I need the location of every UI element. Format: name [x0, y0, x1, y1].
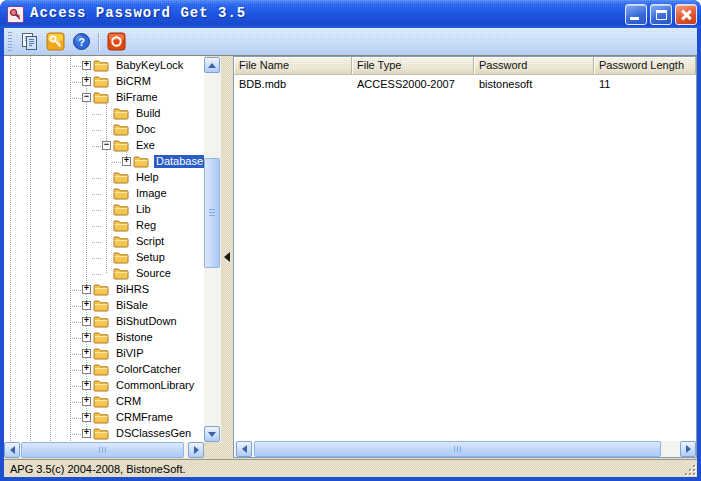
tree-item-label[interactable]: BiHRS — [114, 283, 151, 296]
tree-item-label[interactable]: Setup — [134, 251, 167, 264]
column-header-password[interactable]: Password — [474, 57, 594, 74]
tree-item-label[interactable]: CRM — [114, 395, 143, 408]
tree-item-label[interactable]: Help — [134, 171, 161, 184]
tree-item-reg[interactable]: Reg — [4, 218, 204, 234]
table-row[interactable]: BDB.mdbACCESS2000-2007bistonesoft11 — [234, 76, 696, 93]
folder-tree[interactable]: +BabyKeyLock+BiCRM−BiFrameBuildDoc−Exe+D… — [4, 56, 204, 442]
toolbar-grip[interactable] — [8, 32, 12, 52]
tree-item-label[interactable]: BiShutDown — [114, 315, 179, 328]
expand-box[interactable]: + — [82, 413, 91, 422]
collapse-left-icon[interactable] — [224, 252, 230, 262]
tree-item-image[interactable]: Image — [4, 186, 204, 202]
scroll-right-button[interactable] — [680, 441, 696, 457]
tree-item-label[interactable]: Image — [134, 187, 169, 200]
tree-item-setup[interactable]: Setup — [4, 250, 204, 266]
expand-box[interactable]: + — [82, 397, 91, 406]
tree-item-database[interactable]: +Database — [4, 154, 204, 170]
tree-item-colorcatcher[interactable]: +ColorCatcher — [4, 362, 204, 378]
resize-grip[interactable] — [682, 462, 695, 475]
tree-item-label[interactable]: BiCRM — [114, 75, 153, 88]
scroll-up-button[interactable] — [204, 57, 220, 73]
close-button[interactable] — [675, 4, 697, 25]
tree-item-label[interactable]: CommonLibrary — [114, 379, 196, 392]
tree-item-label[interactable]: ColorCatcher — [114, 363, 183, 376]
column-header-file-type[interactable]: File Type — [352, 57, 474, 74]
tree-item-exe[interactable]: −Exe — [4, 138, 204, 154]
tree-item-label[interactable]: Database — [154, 155, 204, 168]
tree-item-label[interactable]: Doc — [134, 123, 158, 136]
expand-box[interactable]: + — [82, 381, 91, 390]
expand-box[interactable]: + — [82, 301, 91, 310]
tree-item-source[interactable]: Source — [4, 266, 204, 282]
minimize-button[interactable] — [625, 4, 647, 25]
tree-item-label[interactable]: Exe — [134, 139, 157, 152]
expand-box[interactable]: + — [82, 349, 91, 358]
scrollbar-thumb[interactable] — [254, 441, 661, 457]
tree-item-bisale[interactable]: +BiSale — [4, 298, 204, 314]
scroll-left-button[interactable] — [236, 441, 252, 457]
scrollbar-thumb[interactable] — [204, 158, 220, 268]
tree-item-help[interactable]: Help — [4, 170, 204, 186]
tree-item-build[interactable]: Build — [4, 106, 204, 122]
folder-icon — [113, 187, 129, 200]
tree-item-label[interactable]: Bistone — [114, 331, 155, 344]
tree-item-label[interactable]: BiVIP — [114, 347, 146, 360]
results-list[interactable]: File NameFile TypePasswordPassword Lengt… — [233, 56, 697, 458]
copy-button[interactable] — [17, 30, 41, 54]
tree-item-dsclassesgen[interactable]: +DSClassesGen — [4, 426, 204, 442]
titlebar[interactable]: Access Password Get 3.5 — [0, 0, 701, 28]
tree-item-commonlibrary[interactable]: +CommonLibrary — [4, 378, 204, 394]
tree-item-biframe[interactable]: −BiFrame — [4, 90, 204, 106]
tree-vertical-scrollbar[interactable] — [204, 57, 221, 442]
expand-box[interactable]: + — [82, 365, 91, 374]
scroll-left-button[interactable] — [4, 442, 20, 458]
folder-icon — [113, 235, 129, 248]
folder-icon — [113, 267, 129, 280]
tree-item-bistone[interactable]: +Bistone — [4, 330, 204, 346]
expand-box[interactable]: + — [82, 77, 91, 86]
scrollbar-thumb[interactable] — [21, 442, 184, 458]
get-password-button[interactable] — [43, 30, 67, 54]
tree-item-label[interactable]: BiSale — [114, 299, 150, 312]
tree-item-babykeylock[interactable]: +BabyKeyLock — [4, 58, 204, 74]
collapse-box[interactable]: − — [82, 93, 91, 102]
tree-item-crm[interactable]: +CRM — [4, 394, 204, 410]
expand-box[interactable]: + — [82, 317, 91, 326]
tree-item-bivip[interactable]: +BiVIP — [4, 346, 204, 362]
folder-icon — [93, 75, 109, 88]
tree-item-label[interactable]: Reg — [134, 219, 158, 232]
tree-item-label[interactable]: CRMFrame — [114, 411, 175, 424]
column-header-password-length[interactable]: Password Length — [594, 57, 696, 74]
list-horizontal-scrollbar[interactable] — [234, 441, 696, 457]
folder-icon — [93, 347, 109, 360]
folder-icon — [113, 219, 129, 232]
tree-horizontal-scrollbar[interactable] — [4, 442, 204, 458]
tree-item-label[interactable]: DSClassesGen — [114, 427, 193, 440]
tree-item-bicrm[interactable]: +BiCRM — [4, 74, 204, 90]
maximize-button[interactable] — [650, 4, 672, 25]
tree-item-label[interactable]: BiFrame — [114, 91, 160, 104]
expand-box[interactable]: + — [82, 285, 91, 294]
scroll-right-button[interactable] — [188, 442, 204, 458]
tree-item-label[interactable]: Source — [134, 267, 173, 280]
tree-item-label[interactable]: BabyKeyLock — [114, 59, 185, 72]
column-header-file-name[interactable]: File Name — [234, 57, 352, 74]
tree-item-lib[interactable]: Lib — [4, 202, 204, 218]
scroll-down-button[interactable] — [204, 426, 220, 442]
tree-item-crmframe[interactable]: +CRMFrame — [4, 410, 204, 426]
tree-item-bihrs[interactable]: +BiHRS — [4, 282, 204, 298]
app-logo-button[interactable] — [104, 30, 128, 54]
tree-item-script[interactable]: Script — [4, 234, 204, 250]
expand-box[interactable]: + — [82, 61, 91, 70]
expand-box[interactable]: + — [82, 429, 91, 438]
tree-item-bishutdown[interactable]: +BiShutDown — [4, 314, 204, 330]
tree-item-label[interactable]: Lib — [134, 203, 153, 216]
tree-item-label[interactable]: Script — [134, 235, 166, 248]
expand-box[interactable]: + — [122, 157, 131, 166]
pane-splitter[interactable] — [221, 56, 233, 458]
expand-box[interactable]: + — [82, 333, 91, 342]
tree-item-doc[interactable]: Doc — [4, 122, 204, 138]
help-button[interactable]: ? — [69, 30, 93, 54]
tree-item-label[interactable]: Build — [134, 107, 162, 120]
collapse-box[interactable]: − — [102, 141, 111, 150]
